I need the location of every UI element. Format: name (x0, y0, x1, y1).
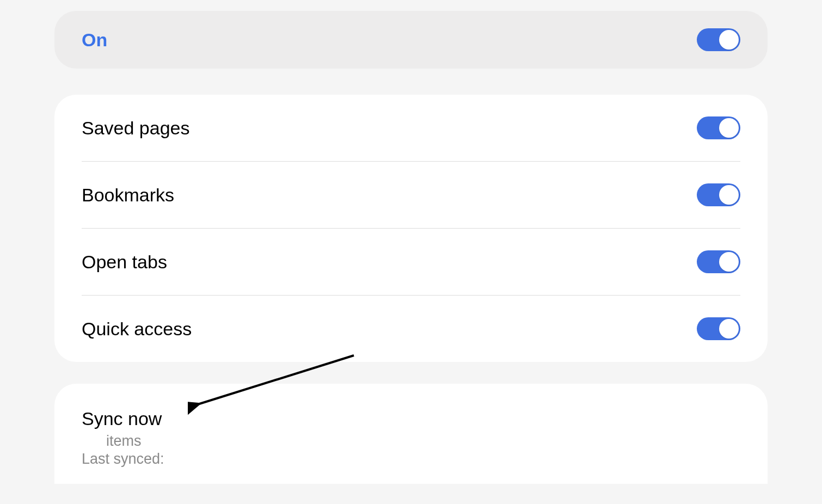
sync-last-synced: Last synced: (82, 451, 740, 468)
sync-items-count: items (82, 433, 740, 450)
master-toggle-switch[interactable] (697, 28, 740, 51)
sync-now-title: Sync now (82, 408, 740, 429)
bookmarks-label: Bookmarks (82, 185, 174, 206)
master-toggle-label: On (82, 29, 107, 51)
row-quick-access[interactable]: Quick access (82, 296, 740, 362)
open-tabs-toggle[interactable] (697, 250, 740, 273)
row-saved-pages[interactable]: Saved pages (82, 95, 740, 161)
quick-access-toggle[interactable] (697, 317, 740, 340)
saved-pages-toggle[interactable] (697, 116, 740, 139)
row-bookmarks[interactable]: Bookmarks (82, 162, 740, 228)
master-toggle-card: On (54, 11, 768, 69)
row-open-tabs[interactable]: Open tabs (82, 229, 740, 295)
bookmarks-toggle[interactable] (697, 183, 740, 206)
quick-access-label: Quick access (82, 318, 192, 340)
saved-pages-label: Saved pages (82, 118, 190, 139)
open-tabs-label: Open tabs (82, 251, 167, 273)
sync-now-card[interactable]: Sync now items Last synced: (54, 384, 768, 484)
sync-items-card: Saved pages Bookmarks Open tabs Quick ac… (54, 95, 768, 362)
